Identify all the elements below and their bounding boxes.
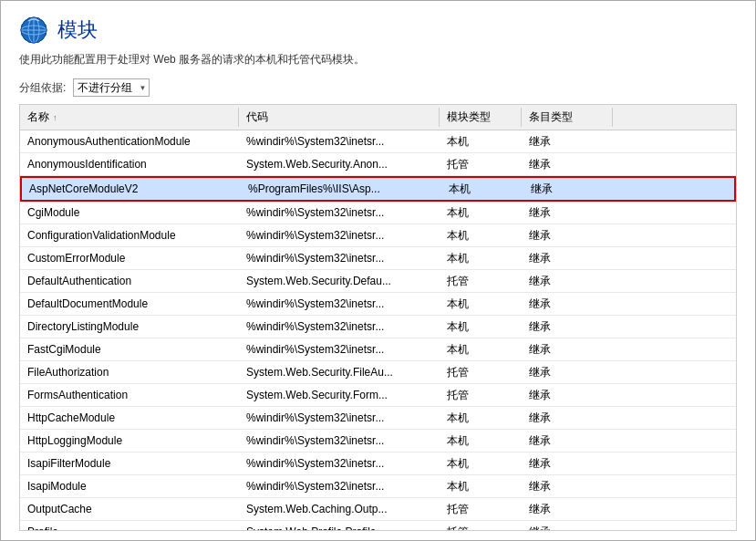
modules-table: 名称 ↑ 代码 模块类型 条目类型 AnonymousAuthenticatio… (19, 104, 737, 531)
main-window: 模块 使用此功能配置用于处理对 Web 服务器的请求的本机和托管代码模块。 分组… (0, 0, 756, 541)
cell-name: IsapiModule (20, 475, 239, 497)
cell-name: FormsAuthentication (20, 384, 239, 406)
table-row[interactable]: IsapiFilterModule%windir%\System32\inets… (20, 453, 736, 475)
cell-name: HttpLoggingModule (20, 430, 239, 452)
table-row[interactable]: DefaultAuthenticationSystem.Web.Security… (20, 270, 736, 293)
page-description: 使用此功能配置用于处理对 Web 服务器的请求的本机和托管代码模块。 (19, 52, 737, 68)
cell-name: AnonymousIdentification (20, 153, 239, 175)
table-row[interactable]: FileAuthorizationSystem.Web.Security.Fil… (20, 361, 736, 384)
cell-entry-type: 继承 (522, 130, 613, 152)
cell-entry-type: 继承 (522, 293, 613, 315)
table-row[interactable]: IsapiModule%windir%\System32\inetsr...本机… (20, 475, 736, 498)
cell-module-type: 本机 (440, 475, 522, 497)
table-row[interactable]: AspNetCoreModuleV2%ProgramFiles%\IIS\Asp… (20, 176, 736, 202)
table-row[interactable]: DefaultDocumentModule%windir%\System32\i… (20, 293, 736, 316)
cell-module-type: 本机 (440, 224, 522, 246)
table-row[interactable]: HttpCacheModule%windir%\System32\inetsr.… (20, 407, 736, 430)
cell-code: %windir%\System32\inetsr... (239, 293, 440, 315)
cell-module-type: 托管 (440, 361, 522, 383)
cell-entry-type: 继承 (522, 361, 613, 383)
cell-entry-type: 继承 (522, 224, 613, 246)
cell-module-type: 托管 (440, 270, 522, 292)
table-row[interactable]: HttpLoggingModule%windir%\System32\inets… (20, 430, 736, 453)
cell-name: FastCgiModule (20, 338, 239, 360)
cell-code: System.Web.Caching.Outp... (239, 498, 440, 520)
cell-code: %windir%\System32\inetsr... (239, 407, 440, 429)
col-entry-type: 条目类型 (522, 108, 613, 127)
cell-module-type: 托管 (440, 521, 522, 530)
cell-code: System.Web.Security.Form... (239, 384, 440, 406)
table-row[interactable]: CustomErrorModule%windir%\System32\inets… (20, 247, 736, 270)
cell-module-type: 本机 (441, 178, 523, 200)
groupby-select-wrapper[interactable]: 不进行分组 (73, 78, 150, 97)
table-row[interactable]: FastCgiModule%windir%\System32\inetsr...… (20, 338, 736, 361)
table-row[interactable]: AnonymousAuthenticationModule%windir%\Sy… (20, 130, 736, 153)
cell-entry-type: 继承 (523, 178, 615, 200)
cell-name: DefaultDocumentModule (20, 293, 239, 315)
cell-code: %windir%\System32\inetsr... (239, 247, 440, 269)
cell-entry-type: 继承 (522, 498, 613, 520)
cell-module-type: 本机 (440, 293, 522, 315)
cell-code: %ProgramFiles%\IIS\Asp... (241, 178, 441, 200)
cell-code: %windir%\System32\inetsr... (239, 430, 440, 452)
cell-entry-type: 继承 (522, 384, 613, 406)
cell-entry-type: 继承 (522, 316, 613, 338)
cell-module-type: 本机 (440, 338, 522, 360)
cell-name: CustomErrorModule (20, 247, 239, 269)
table-row[interactable]: CgiModule%windir%\System32\inetsr...本机继承 (20, 202, 736, 224)
cell-code: System.Web.Security.Anon... (239, 153, 440, 175)
cell-module-type: 本机 (440, 430, 522, 452)
cell-name: AnonymousAuthenticationModule (20, 130, 239, 152)
table-row[interactable]: ProfileSystem.Web.Profile.Profile...托管继承 (20, 521, 736, 530)
table-body[interactable]: AnonymousAuthenticationModule%windir%\Sy… (20, 130, 736, 530)
cell-module-type: 本机 (440, 130, 522, 152)
groupby-label: 分组依据: (19, 80, 66, 96)
cell-code: %windir%\System32\inetsr... (239, 453, 440, 474)
table-header: 名称 ↑ 代码 模块类型 条目类型 (20, 105, 736, 130)
cell-entry-type: 继承 (522, 202, 613, 224)
cell-module-type: 托管 (440, 384, 522, 406)
col-module-type: 模块类型 (440, 108, 522, 127)
cell-entry-type: 继承 (522, 521, 613, 530)
cell-code: System.Web.Security.Defau... (239, 270, 440, 292)
cell-entry-type: 继承 (522, 247, 613, 269)
cell-entry-type: 继承 (522, 153, 613, 175)
cell-module-type: 本机 (440, 247, 522, 269)
cell-code: %windir%\System32\inetsr... (239, 475, 440, 497)
cell-code: System.Web.Profile.Profile... (239, 521, 440, 530)
cell-name: HttpCacheModule (20, 407, 239, 429)
cell-module-type: 托管 (440, 498, 522, 520)
table-row[interactable]: AnonymousIdentificationSystem.Web.Securi… (20, 153, 736, 176)
header: 模块 (19, 16, 737, 45)
table-row[interactable]: DirectoryListingModule%windir%\System32\… (20, 316, 736, 338)
cell-entry-type: 继承 (522, 453, 613, 474)
cell-name: DefaultAuthentication (20, 270, 239, 292)
cell-module-type: 本机 (440, 202, 522, 224)
cell-name: ConfigurationValidationModule (20, 224, 239, 246)
cell-code: %windir%\System32\inetsr... (239, 224, 440, 246)
table-row[interactable]: OutputCacheSystem.Web.Caching.Outp...托管继… (20, 498, 736, 521)
col-name: 名称 ↑ (20, 108, 239, 127)
cell-code: %windir%\System32\inetsr... (239, 316, 440, 338)
cell-module-type: 本机 (440, 453, 522, 474)
cell-entry-type: 继承 (522, 430, 613, 452)
cell-name: CgiModule (20, 202, 239, 224)
table-row[interactable]: FormsAuthenticationSystem.Web.Security.F… (20, 384, 736, 407)
cell-name: AspNetCoreModuleV2 (22, 178, 241, 200)
cell-name: FileAuthorization (20, 361, 239, 383)
cell-code: %windir%\System32\inetsr... (239, 338, 440, 360)
cell-module-type: 本机 (440, 316, 522, 338)
cell-code: %windir%\System32\inetsr... (239, 130, 440, 152)
cell-code: System.Web.Security.FileAu... (239, 361, 440, 383)
cell-module-type: 本机 (440, 407, 522, 429)
page-title: 模块 (57, 16, 98, 44)
table-row[interactable]: ConfigurationValidationModule%windir%\Sy… (20, 224, 736, 247)
cell-entry-type: 继承 (522, 270, 613, 292)
cell-name: IsapiFilterModule (20, 453, 239, 474)
sort-arrow-name: ↑ (53, 113, 57, 122)
cell-entry-type: 继承 (522, 475, 613, 497)
groupby-select[interactable]: 不进行分组 (73, 78, 150, 97)
cell-code: %windir%\System32\inetsr... (239, 202, 440, 224)
cell-name: DirectoryListingModule (20, 316, 239, 338)
iis-icon (19, 16, 48, 45)
